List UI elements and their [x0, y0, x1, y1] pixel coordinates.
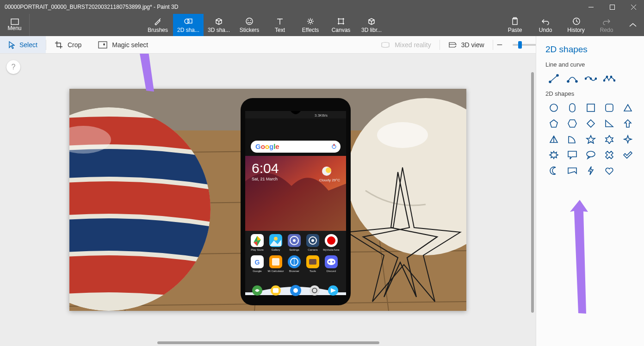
svg-point-98 [610, 76, 612, 77]
svg-rect-12 [513, 19, 517, 25]
shape-speech-rect[interactable] [564, 148, 581, 162]
magic-icon [98, 41, 107, 49]
shape-burst[interactable] [545, 148, 562, 162]
section-2d-shapes: 2D shapes [545, 90, 635, 97]
tool-stickers[interactable]: Stickers [234, 14, 265, 36]
tool-3d-library[interactable]: 3D libr... [356, 14, 387, 36]
shape-banner[interactable] [564, 164, 581, 178]
shape-moon[interactable] [545, 164, 562, 178]
shape-cross[interactable] [601, 148, 618, 162]
svg-point-42 [326, 167, 331, 173]
svg-point-96 [603, 80, 605, 81]
collapse-ribbon-button[interactable] [622, 14, 644, 36]
shape-lightning[interactable] [582, 164, 599, 178]
shape-circle[interactable] [545, 101, 562, 115]
paste-label: Paste [508, 27, 522, 33]
horizontal-scrollbar[interactable] [157, 341, 379, 344]
mixed-label: Mixed reality [395, 41, 431, 49]
select-label: Select [19, 41, 37, 49]
svg-point-9 [250, 20, 251, 21]
effects-icon [306, 17, 315, 26]
close-button[interactable] [623, 0, 644, 14]
redo-button[interactable]: Redo [591, 14, 622, 36]
shape-line[interactable] [545, 72, 562, 86]
magic-select-button[interactable]: Magic select [90, 36, 156, 53]
svg-rect-65 [272, 258, 279, 266]
svg-point-97 [606, 76, 607, 77]
help-button[interactable]: ? [6, 60, 20, 74]
shape-curve-2pt[interactable] [564, 72, 581, 86]
maximize-button[interactable] [601, 0, 623, 14]
shape-hexagon[interactable] [564, 117, 581, 130]
shape-rounded-square[interactable] [601, 101, 618, 115]
history-label: History [567, 27, 584, 33]
minimize-button[interactable] [580, 0, 601, 14]
svg-point-75 [327, 259, 335, 265]
lib3d-label: 3D libr... [361, 27, 382, 33]
tool-brushes[interactable]: Brushes [142, 14, 173, 36]
svg-rect-38 [334, 144, 334, 146]
shape-star4[interactable] [619, 132, 636, 146]
history-button[interactable]: History [561, 14, 591, 36]
svg-point-56 [311, 239, 314, 242]
select-button[interactable]: Select [0, 36, 46, 53]
zoom-out-button[interactable]: − [493, 39, 507, 51]
tool-text[interactable]: Text [265, 14, 295, 36]
svg-point-100 [550, 104, 557, 111]
view3d-label: 3D view [461, 41, 484, 49]
mixed-reality-button: Mixed reality [372, 36, 440, 53]
shape-triangle[interactable] [619, 101, 636, 115]
stickers-label: Stickers [240, 27, 260, 33]
vertical-scrollbar[interactable] [531, 72, 534, 313]
svg-rect-4 [11, 19, 19, 25]
ribbon: Menu Brushes 2D sha... 3D sha... Sticker… [0, 14, 644, 36]
cursor-icon [8, 41, 15, 49]
3d-view-button[interactable]: 3D view [440, 36, 493, 53]
svg-rect-1 [610, 5, 614, 9]
svg-rect-11 [339, 19, 343, 24]
tool-3d-shapes[interactable]: 3D sha... [204, 14, 234, 36]
shape-speech-round[interactable] [582, 148, 599, 162]
shape-star6[interactable] [601, 132, 618, 146]
shape-oval[interactable] [564, 101, 581, 115]
undo-button[interactable]: Undo [530, 14, 561, 36]
svg-text:Sat, 21 March: Sat, 21 March [252, 177, 278, 181]
zoom-thumb[interactable] [518, 41, 522, 49]
svg-text:Discord: Discord [327, 270, 336, 272]
shape-check[interactable] [619, 148, 636, 162]
svg-point-52 [293, 239, 296, 242]
shape-curve-3pt[interactable] [582, 72, 599, 86]
tool-effects[interactable]: Effects [295, 14, 326, 36]
crop-button[interactable]: Crop [46, 36, 90, 53]
canvas[interactable]: 3.3KB/s Google 6:04 Sat, 21 March Cloudy… [69, 89, 466, 311]
svg-point-99 [613, 80, 615, 81]
svg-point-95 [595, 78, 596, 79]
svg-point-29 [377, 122, 428, 148]
menu-button[interactable]: Menu [0, 14, 30, 36]
shape-arrow-up[interactable] [619, 117, 636, 130]
shape-quarter[interactable] [564, 132, 581, 146]
shape-square[interactable] [582, 101, 599, 115]
shape-equilateral[interactable] [545, 132, 562, 146]
stickers-icon [245, 17, 254, 26]
shape-heart[interactable] [601, 164, 618, 178]
shapes3d-label: 3D sha... [208, 27, 230, 33]
svg-point-59 [327, 236, 335, 245]
svg-text:Settings: Settings [289, 248, 299, 251]
paste-button[interactable]: Paste [500, 14, 530, 36]
workarea: ? [0, 54, 536, 346]
crop-label: Crop [68, 41, 81, 49]
svg-point-10 [309, 20, 312, 23]
tool-canvas[interactable]: Canvas [326, 14, 356, 36]
canvas-icon [337, 17, 345, 26]
shapes-grid [545, 101, 635, 178]
shape-star5[interactable] [582, 132, 599, 146]
shapes3d-icon [215, 17, 223, 26]
shape-pentagon[interactable] [545, 117, 562, 130]
shape-diamond[interactable] [582, 117, 599, 130]
shape-right-triangle[interactable] [601, 117, 618, 130]
shape-curve-4pt[interactable] [601, 72, 618, 86]
shapes2d-label: 2D sha... [177, 27, 199, 33]
svg-point-48 [274, 237, 278, 241]
tool-2d-shapes[interactable]: 2D sha... [173, 14, 204, 36]
